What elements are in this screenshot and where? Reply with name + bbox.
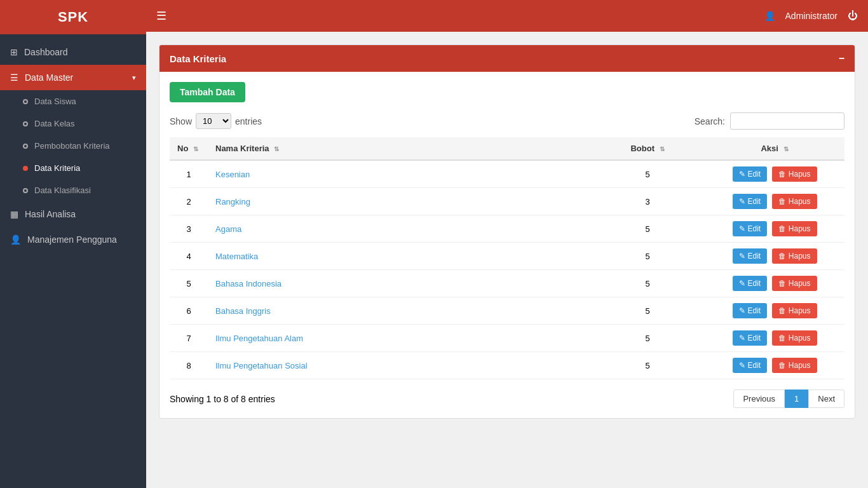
cell-no: 4 [170, 243, 208, 270]
cell-aksi: ✎ Edit 🗑 Hapus [705, 297, 844, 325]
search-input[interactable] [730, 112, 844, 130]
table-row: 8 Ilmu Pengetahuan Sosial 5 ✎ Edit 🗑 Hap… [170, 352, 844, 379]
dot-icon [23, 144, 28, 149]
trash-icon: 🗑 [778, 279, 786, 288]
minimize-icon[interactable]: − [839, 53, 844, 64]
sidebar-item-hasil-analisa[interactable]: ▦ Hasil Analisa [0, 201, 146, 227]
edit-icon: ✎ [739, 306, 745, 315]
next-button[interactable]: Next [808, 390, 844, 408]
sidebar-item-data-master[interactable]: ☰ Data Master ▾ [0, 65, 146, 90]
cell-nama: Agama [208, 215, 590, 243]
cell-no: 6 [170, 297, 208, 325]
edit-button[interactable]: ✎ Edit [733, 166, 768, 182]
data-master-submenu: Data Siswa Data Kelas Pembobotan Kriteri… [0, 90, 146, 201]
edit-icon: ✎ [739, 334, 745, 342]
cell-no: 3 [170, 215, 208, 243]
edit-button[interactable]: ✎ Edit [733, 276, 768, 291]
cell-bobot: 5 [590, 243, 705, 270]
criteria-link[interactable]: Kesenian [215, 170, 250, 179]
table-row: 3 Agama 5 ✎ Edit 🗑 Hapus [170, 215, 844, 243]
edit-button[interactable]: ✎ Edit [733, 330, 768, 346]
hapus-button[interactable]: 🗑 Hapus [772, 303, 817, 318]
col-aksi: Aksi ⇅ [705, 137, 844, 160]
cell-no: 1 [170, 160, 208, 188]
criteria-link[interactable]: Bahasa Indonesia [215, 279, 281, 288]
sidebar-item-data-kelas-label: Data Kelas [34, 119, 75, 128]
data-kriteria-card: Data Kriteria − Tambah Data Show 10 25 5… [159, 44, 855, 419]
cell-aksi: ✎ Edit 🗑 Hapus [705, 325, 844, 352]
sidebar-item-hasil-analisa-label: Hasil Analisa [25, 209, 76, 219]
cell-no: 7 [170, 325, 208, 352]
tambah-data-button[interactable]: Tambah Data [170, 82, 245, 102]
hapus-button[interactable]: 🗑 Hapus [772, 248, 817, 264]
criteria-link[interactable]: Bahasa Inggris [215, 306, 271, 316]
hapus-button[interactable]: 🗑 Hapus [772, 194, 817, 209]
topbar: ☰ 👤 Administrator ⏻ [146, 0, 868, 32]
table-row: 2 Rangking 3 ✎ Edit 🗑 Hapus [170, 188, 844, 215]
dot-icon [23, 121, 28, 126]
entries-select[interactable]: 10 25 50 100 [196, 113, 231, 129]
sort-icon: ⇅ [783, 146, 789, 152]
sidebar-item-manajemen-pengguna[interactable]: 👤 Manajemen Pengguna [0, 227, 146, 252]
hapus-button[interactable]: 🗑 Hapus [772, 358, 817, 373]
table-row: 6 Bahasa Inggris 5 ✎ Edit 🗑 Hapus [170, 297, 844, 325]
table-row: 4 Matematika 5 ✎ Edit 🗑 Hapus [170, 243, 844, 270]
sidebar-item-data-master-label: Data Master [25, 72, 73, 83]
hapus-button[interactable]: 🗑 Hapus [772, 330, 817, 346]
sidebar: SPK ⊞ Dashboard ☰ Data Master ▾ [0, 0, 146, 488]
username-label: Administrator [785, 11, 837, 21]
cell-nama: Matematika [208, 243, 590, 270]
sidebar-item-data-siswa-label: Data Siswa [34, 97, 76, 106]
pagination-buttons: Previous 1 Next [733, 390, 844, 408]
criteria-link[interactable]: Matematika [215, 252, 258, 261]
sidebar-item-data-kelas[interactable]: Data Kelas [0, 112, 146, 135]
sidebar-item-data-siswa[interactable]: Data Siswa [0, 90, 146, 112]
card-header: Data Kriteria − [159, 45, 855, 72]
table-controls: Show 10 25 50 100 entries Search: [170, 112, 844, 130]
criteria-link[interactable]: Ilmu Pengetahuan Sosial [215, 361, 308, 370]
edit-button[interactable]: ✎ Edit [733, 358, 768, 373]
table-row: 5 Bahasa Indonesia 5 ✎ Edit 🗑 Hapus [170, 270, 844, 297]
hapus-button[interactable]: 🗑 Hapus [772, 221, 817, 236]
sort-icon: ⇅ [660, 146, 665, 152]
criteria-link[interactable]: Agama [215, 224, 241, 234]
sidebar-item-dashboard[interactable]: ⊞ Dashboard [0, 39, 146, 65]
criteria-table: No ⇅ Nama Kriteria ⇅ Bobot ⇅ Aksi ⇅ [170, 137, 844, 379]
sidebar-item-manajemen-pengguna-label: Manajemen Pengguna [27, 234, 117, 245]
edit-button[interactable]: ✎ Edit [733, 194, 768, 209]
edit-button[interactable]: ✎ Edit [733, 303, 768, 318]
dot-icon [23, 188, 28, 193]
cell-no: 5 [170, 270, 208, 297]
card-title: Data Kriteria [170, 53, 226, 64]
cell-bobot: 5 [590, 270, 705, 297]
cell-nama: Ilmu Pengetahuan Alam [208, 325, 590, 352]
edit-button[interactable]: ✎ Edit [733, 248, 768, 264]
criteria-link[interactable]: Rangking [215, 197, 250, 207]
page-1-button[interactable]: 1 [785, 390, 808, 408]
sidebar-item-pembobotan-kriteria[interactable]: Pembobotan Kriteria [0, 135, 146, 157]
table-row: 7 Ilmu Pengetahuan Alam 5 ✎ Edit 🗑 Hapus [170, 325, 844, 352]
hapus-button[interactable]: 🗑 Hapus [772, 276, 817, 291]
edit-icon: ✎ [739, 252, 745, 261]
sidebar-item-dashboard-label: Dashboard [24, 47, 68, 57]
card-body: Tambah Data Show 10 25 50 100 entries [159, 72, 855, 418]
search-label: Search: [695, 116, 725, 126]
criteria-link[interactable]: Ilmu Pengetahuan Alam [215, 334, 303, 343]
edit-icon: ✎ [739, 224, 745, 233]
hamburger-icon[interactable]: ☰ [156, 9, 166, 23]
search-box: Search: [695, 112, 844, 130]
hapus-button[interactable]: 🗑 Hapus [772, 166, 817, 182]
edit-button[interactable]: ✎ Edit [733, 221, 768, 236]
sidebar-item-data-kriteria[interactable]: Data Kriteria [0, 157, 146, 179]
previous-button[interactable]: Previous [733, 390, 785, 408]
table-row: 1 Kesenian 5 ✎ Edit 🗑 Hapus [170, 160, 844, 188]
sidebar-item-data-klasifikasi[interactable]: Data Klasifikasi [0, 179, 146, 201]
dot-icon [23, 99, 28, 104]
trash-icon: 🗑 [778, 252, 786, 261]
show-entries: Show 10 25 50 100 entries [170, 113, 262, 129]
power-button[interactable]: ⏻ [848, 10, 858, 22]
cell-aksi: ✎ Edit 🗑 Hapus [705, 215, 844, 243]
cell-aksi: ✎ Edit 🗑 Hapus [705, 188, 844, 215]
pagination-info: Showing 1 to 8 of 8 entries [170, 394, 275, 404]
entries-label: entries [235, 116, 262, 126]
